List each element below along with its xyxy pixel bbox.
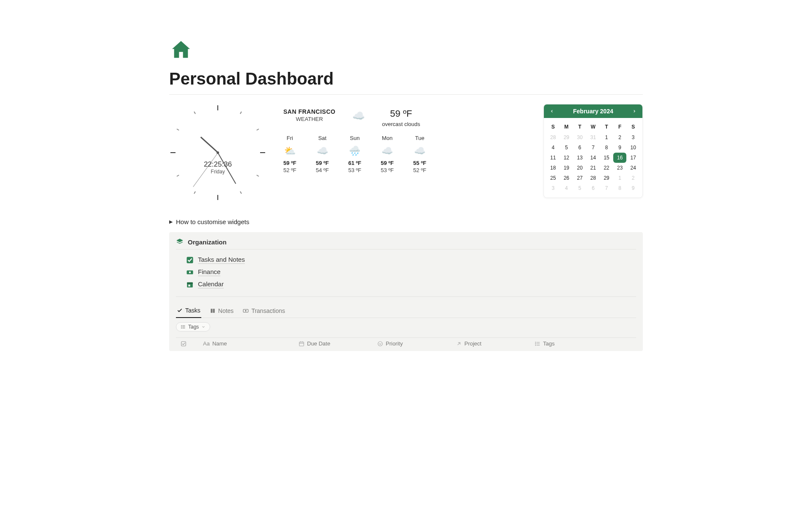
calendar-day[interactable]: 13 [573,153,587,163]
column-priority[interactable]: Priority [377,340,441,347]
clock-tick [256,129,259,131]
svg-line-20 [458,343,460,345]
calendar-day[interactable]: 23 [613,163,627,173]
cloud-icon: ☁️ [316,145,329,156]
org-link-tasks-and-notes[interactable]: Tasks and Notes [186,254,638,266]
tab-tasks[interactable]: Tasks [176,304,201,318]
tags-filter-chip[interactable]: Tags [176,322,210,332]
calendar-day[interactable]: 6 [587,183,600,193]
tab-label: Tasks [185,307,200,314]
calendar-day[interactable]: 28 [546,132,560,143]
tab-transactions[interactable]: Transactions [242,305,286,318]
svg-rect-15 [299,342,304,345]
calendar-day[interactable]: 4 [546,143,560,153]
cloud-icon: 🌧️ [348,145,362,156]
forecast-day-name: Tue [413,135,426,141]
calendar-dow: T [600,121,613,132]
calendar-day[interactable]: 27 [573,173,587,183]
calendar-day[interactable]: 1 [613,173,627,183]
calendar-day[interactable]: 26 [560,173,573,183]
calendar-day[interactable]: 8 [613,183,627,193]
calendar-day[interactable]: 5 [573,183,587,193]
stack-icon [176,238,184,246]
org-link-calendar[interactable]: Calendar [186,278,638,290]
column-name[interactable]: Aa Name [203,340,283,347]
forecast-day-name: Sat [316,135,329,141]
weather-current-desc: overcast clouds [382,121,420,127]
calendar-day[interactable]: 8 [600,143,613,153]
calendar-dow: S [546,121,560,132]
calendar-day[interactable]: 18 [546,163,560,173]
text-icon: Aa [203,340,210,347]
clock-day-text: Friday [204,169,232,175]
calendar-day[interactable]: 3 [626,132,640,143]
clock-tick [217,105,218,110]
calendar-day[interactable]: 17 [626,153,640,163]
tab-label: Notes [218,307,234,314]
calendar-day[interactable]: 7 [587,143,600,153]
calendar-day[interactable]: 10 [626,143,640,153]
svg-rect-14 [181,341,186,346]
calendar-day[interactable]: 28 [587,173,600,183]
calendar-day[interactable]: 20 [573,163,587,173]
toggle-customise-widgets[interactable]: ▶ How to customise widgets [169,218,643,225]
calendar-day[interactable]: 30 [573,132,587,143]
calendar-day[interactable]: 5 [560,143,573,153]
checkbox-icon [181,341,187,347]
calendar-day[interactable]: 1 [600,132,613,143]
svg-point-13 [181,328,182,329]
calendar-day[interactable]: 21 [587,163,600,173]
calendar-icon [186,281,194,288]
cloud-icon: ☁️ [381,145,394,156]
calendar-day[interactable]: 9 [613,143,627,153]
weather-current-temp: 59 ºF [382,108,420,119]
calendar-day[interactable]: 25 [546,173,560,183]
organization-panel: Organization Tasks and NotesFinanceCalen… [169,232,643,351]
arrow-up-right-icon [456,341,462,347]
clock-tick [240,191,242,194]
clock-tick [194,112,196,114]
calendar-day[interactable]: 29 [600,173,613,183]
calendar-day[interactable]: 11 [546,153,560,163]
calendar-day[interactable]: 15 [600,153,613,163]
calendar-day[interactable]: 31 [587,132,600,143]
clock-time-text: 22:25:36 [204,160,232,169]
calendar-day[interactable]: 9 [626,183,640,193]
forecast-day: Fri⛅59 ºF52 ºF [283,135,296,173]
forecast-day-name: Sun [348,135,362,141]
calendar-day[interactable]: 3 [546,183,560,193]
calendar-day[interactable]: 24 [626,163,640,173]
calendar-day[interactable]: 16 [613,153,627,163]
svg-point-12 [181,327,182,327]
calendar-day[interactable]: 4 [560,183,573,193]
org-link-label: Calendar [198,280,224,288]
calendar-day[interactable]: 14 [587,153,600,163]
calendar-day[interactable]: 6 [573,143,587,153]
organization-title: Organization [188,238,227,246]
notes-icon [210,308,216,314]
calendar-day[interactable]: 7 [600,183,613,193]
calendar-day[interactable]: 2 [626,173,640,183]
calendar-day[interactable]: 12 [560,153,573,163]
calendar-day[interactable]: 22 [600,163,613,173]
calendar-dow: S [626,121,640,132]
forecast-high: 61 ºF [348,160,362,166]
weather-subtitle: WEATHER [283,116,335,122]
svg-point-25 [535,343,536,344]
calendar-day[interactable]: 29 [560,132,573,143]
tab-notes[interactable]: Notes [209,305,235,318]
column-project[interactable]: Project [456,340,519,347]
forecast-day-name: Mon [381,135,394,141]
calendar-prev-button[interactable] [548,109,556,113]
chevron-down-icon [201,325,206,329]
org-link-label: Tasks and Notes [198,256,245,264]
forecast-day: Sun🌧️61 ºF53 ºF [348,135,362,173]
calendar-next-button[interactable] [631,109,638,113]
column-tags[interactable]: Tags [535,340,598,347]
org-link-finance[interactable]: Finance [186,266,638,278]
column-checkbox[interactable] [179,341,188,347]
calendar-day[interactable]: 19 [560,163,573,173]
column-due-date[interactable]: Due Date [299,340,362,347]
calendar-day[interactable]: 2 [613,132,627,143]
forecast-day: Sat☁️59 ºF54 ºF [316,135,329,173]
